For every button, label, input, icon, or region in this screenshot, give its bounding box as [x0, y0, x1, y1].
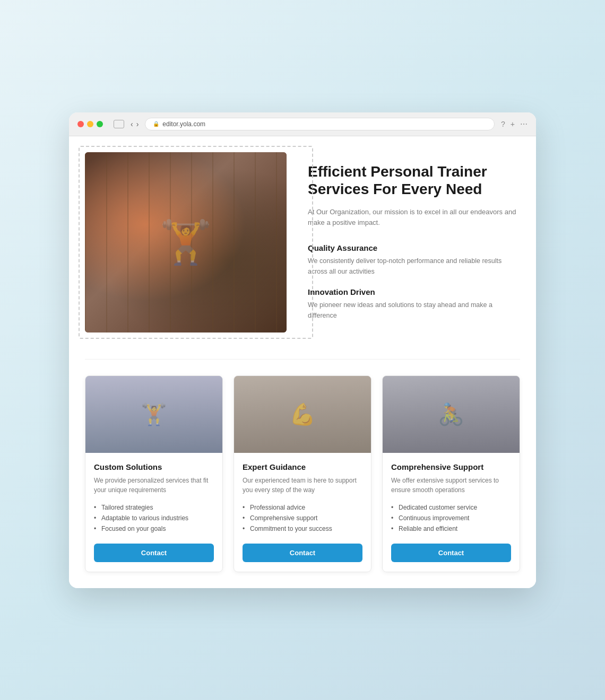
- list-item: Reliable and efficient: [391, 523, 511, 534]
- card-expert-guidance: 💪 Expert Guidance Our experienced team i…: [234, 375, 371, 572]
- help-icon[interactable]: ?: [501, 120, 505, 128]
- feature-innovation-desc: We pioneer new ideas and solutions to st…: [308, 300, 520, 321]
- card-3-image: 🚴: [383, 376, 520, 453]
- card-3-contact-button[interactable]: Contact: [391, 544, 511, 562]
- card-1-body: Custom Solutions We provide personalized…: [85, 453, 222, 572]
- feature-quality-title: Quality Assurance: [308, 243, 520, 252]
- list-item: Professional advice: [243, 502, 362, 513]
- close-button[interactable]: [77, 121, 84, 127]
- lock-icon: 🔒: [153, 121, 159, 127]
- window-controls: [77, 121, 103, 127]
- card-3-desc: We offer extensive support services to e…: [391, 476, 511, 495]
- list-item: Continuous improvement: [391, 513, 511, 523]
- card-2-list: Professional advice Comprehensive suppor…: [243, 502, 362, 534]
- list-item: Adaptable to various industries: [94, 513, 214, 523]
- minimize-button[interactable]: [87, 121, 93, 127]
- hero-section: Efficient Personal Trainer Services For …: [85, 152, 520, 332]
- feature-innovation-title: Innovation Driven: [308, 287, 520, 296]
- hero-title: Efficient Personal Trainer Services For …: [308, 163, 520, 198]
- hero-image-bg: [85, 152, 287, 332]
- hero-image: [85, 152, 287, 332]
- section-separator: [85, 359, 520, 360]
- card-2-image: 💪: [234, 376, 371, 453]
- back-button[interactable]: ‹: [131, 120, 133, 128]
- menu-icon[interactable]: ⋯: [520, 120, 528, 128]
- add-tab-icon[interactable]: +: [511, 120, 515, 128]
- forward-button[interactable]: ›: [136, 120, 139, 128]
- page-content: Efficient Personal Trainer Services For …: [69, 136, 536, 588]
- list-item: Comprehensive support: [243, 513, 362, 523]
- address-bar[interactable]: 🔒 editor.yola.com: [145, 118, 495, 130]
- tab-icon: [114, 120, 124, 128]
- list-item: Tailored strategies: [94, 502, 214, 513]
- card-1-list: Tailored strategies Adaptable to various…: [94, 502, 214, 534]
- browser-toolbar: ‹ › 🔒 editor.yola.com ? + ⋯: [69, 112, 536, 136]
- card-custom-solutions: 🏋️ Custom Solutions We provide personali…: [85, 375, 223, 572]
- card-1-desc: We provide personalized services that fi…: [94, 476, 214, 495]
- list-item: Commitment to your success: [243, 523, 362, 534]
- card-3-image-icon: 🚴: [438, 402, 464, 427]
- card-1-title: Custom Solutions: [94, 462, 214, 471]
- card-2-image-icon: 💪: [289, 402, 316, 427]
- browser-window: ‹ › 🔒 editor.yola.com ? + ⋯ Efficient Pe…: [69, 112, 536, 588]
- card-3-list: Dedicated customer service Continuous im…: [391, 502, 511, 534]
- nav-arrows: ‹ ›: [131, 120, 139, 128]
- url-text: editor.yola.com: [162, 120, 205, 128]
- feature-innovation-driven: Innovation Driven We pioneer new ideas a…: [308, 287, 520, 321]
- card-3-body: Comprehensive Support We offer extensive…: [383, 453, 520, 572]
- list-item: Focused on your goals: [94, 523, 214, 534]
- toolbar-actions: ? + ⋯: [501, 120, 528, 128]
- card-1-image: 🏋️: [85, 376, 222, 453]
- hero-text: Efficient Personal Trainer Services For …: [308, 152, 520, 332]
- card-2-contact-button[interactable]: Contact: [243, 544, 362, 562]
- card-1-image-icon: 🏋️: [141, 402, 167, 427]
- maximize-button[interactable]: [97, 121, 103, 127]
- card-3-title: Comprehensive Support: [391, 462, 511, 471]
- cards-section: 🏋️ Custom Solutions We provide personali…: [85, 375, 520, 572]
- card-1-contact-button[interactable]: Contact: [94, 544, 214, 562]
- feature-quality-assurance: Quality Assurance We consistently delive…: [308, 243, 520, 277]
- card-2-title: Expert Guidance: [243, 462, 362, 471]
- card-comprehensive-support: 🚴 Comprehensive Support We offer extensi…: [382, 375, 520, 572]
- hero-description: At Our Organization, our mission is to e…: [308, 207, 520, 229]
- feature-quality-desc: We consistently deliver top-notch perfor…: [308, 256, 520, 277]
- card-2-body: Expert Guidance Our experienced team is …: [234, 453, 371, 572]
- hero-image-container: [85, 152, 287, 332]
- card-2-desc: Our experienced team is here to support …: [243, 476, 362, 495]
- list-item: Dedicated customer service: [391, 502, 511, 513]
